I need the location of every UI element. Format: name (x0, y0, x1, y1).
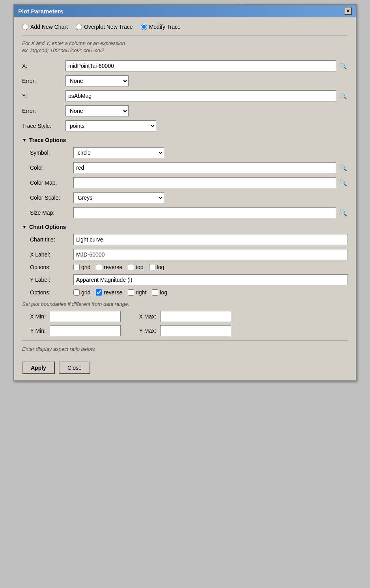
x-search-icon[interactable]: 🔍 (338, 62, 348, 70)
y-grid-option[interactable]: grid (73, 289, 90, 296)
chart-options-content: Chart title: X Label: Options: (22, 234, 348, 296)
color-map-search-icon[interactable]: 🔍 (338, 179, 348, 187)
x-error-row: Error: None (22, 75, 348, 86)
mode-add-new-chart[interactable]: Add New Chart (22, 24, 68, 30)
x-min-label: X Min: (22, 313, 46, 320)
x-label-row: X Label: (30, 249, 348, 260)
x-top-option[interactable]: top (128, 264, 143, 270)
x-options-row: Options: grid reverse (30, 264, 348, 270)
trace-options-content: Symbol: circle square diamond cross tria… (22, 147, 348, 218)
hint-text: For X and Y, enter a column or an expres… (22, 40, 348, 54)
button-row: Apply Close (22, 358, 348, 374)
color-scale-select[interactable]: Greys Viridis Plasma Inferno Magma (73, 192, 164, 203)
mode-overplot-new-trace[interactable]: Overplot New Trace (76, 24, 133, 30)
x-error-select[interactable]: None (65, 75, 129, 86)
y-min-input[interactable] (50, 325, 121, 336)
y-field-row: Y: 🔍 (22, 90, 348, 101)
trace-options-chevron: ▼ (22, 137, 27, 143)
y-options-row: Options: grid reverse (30, 289, 348, 296)
y-min-label: Y Min: (22, 328, 46, 334)
color-input[interactable] (73, 162, 336, 173)
y-label-section: Y Label: Options: grid revers (30, 274, 348, 296)
size-map-input[interactable] (73, 207, 336, 218)
radio-add-new-chart[interactable] (22, 24, 28, 30)
divider-2 (22, 340, 348, 341)
y-reverse-checkbox[interactable] (96, 289, 102, 296)
mode-selector-row: Add New Chart Overplot New Trace Modify … (22, 24, 348, 30)
trace-style-label: Trace Style: (22, 123, 65, 129)
y-max-label: Y Max: (133, 328, 156, 334)
x-label-text: X Label: (30, 251, 73, 258)
divider-1 (22, 36, 348, 36)
boundaries-section: Set plot boundaries if different from da… (22, 301, 348, 336)
trace-style-row: Trace Style: points line line+markers ba… (22, 120, 348, 131)
symbol-select[interactable]: circle square diamond cross triangle-up (73, 147, 164, 158)
chart-title-label: Chart title: (30, 236, 73, 243)
color-row: Color: 🔍 (30, 162, 348, 173)
boundaries-hint: Set plot boundaries if different from da… (22, 301, 348, 307)
y-label-text: Y Label: (30, 277, 73, 283)
x-label: X: (22, 63, 65, 69)
y-max-input[interactable] (160, 325, 231, 336)
symbol-label: Symbol: (30, 150, 73, 156)
trace-options-section: ▼ Trace Options Symbol: circle square di… (22, 137, 348, 218)
aspect-ratio-hint: Enter display aspect ratio below. (22, 346, 348, 352)
radio-modify-trace[interactable] (141, 24, 147, 30)
trace-style-select[interactable]: points line line+markers bar histogram (65, 120, 156, 131)
title-bar: Plot Parameters ✕ (14, 5, 356, 17)
x-input[interactable] (65, 60, 336, 71)
color-label: Color: (30, 165, 73, 171)
mode-modify-trace[interactable]: Modify Trace (141, 24, 181, 30)
size-map-search-icon[interactable]: 🔍 (338, 209, 348, 217)
x-grid-option[interactable]: grid (73, 264, 90, 270)
color-scale-row: Color Scale: Greys Viridis Plasma Infern… (30, 192, 348, 203)
x-grid-checkbox[interactable] (73, 264, 80, 270)
x-field-row: X: 🔍 (22, 60, 348, 71)
x-max-label: X Max: (133, 313, 156, 320)
y-grid-checkbox[interactable] (73, 289, 80, 296)
y-log-option[interactable]: log (152, 289, 167, 296)
color-map-row: Color Map: 🔍 (30, 177, 348, 188)
color-map-label: Color Map: (30, 180, 73, 186)
y-error-select[interactable]: None (65, 105, 129, 116)
x-top-checkbox[interactable] (128, 264, 134, 270)
y-reverse-option[interactable]: reverse (96, 289, 122, 296)
y-right-checkbox[interactable] (128, 289, 134, 296)
plot-parameters-window: Plot Parameters ✕ Add New Chart Overplot… (13, 4, 357, 381)
apply-button[interactable]: Apply (22, 361, 55, 374)
ymin-ymax-row: Y Min: Y Max: (22, 325, 348, 336)
content-area: Add New Chart Overplot New Trace Modify … (14, 17, 356, 380)
x-log-option[interactable]: log (149, 264, 164, 270)
x-options-label: Options: (30, 264, 73, 270)
x-reverse-checkbox[interactable] (96, 264, 102, 270)
symbol-row: Symbol: circle square diamond cross tria… (30, 147, 348, 158)
close-button[interactable]: ✕ (344, 7, 352, 15)
y-right-option[interactable]: right (128, 289, 146, 296)
y-options-label: Options: (30, 289, 73, 296)
y-log-checkbox[interactable] (152, 289, 158, 296)
color-map-input[interactable] (73, 177, 336, 188)
y-search-icon[interactable]: 🔍 (338, 92, 348, 100)
window-title: Plot Parameters (18, 8, 63, 15)
y-label-input[interactable] (73, 274, 348, 285)
x-error-label: Error: (22, 78, 65, 84)
close-button-bottom[interactable]: Close (59, 361, 90, 374)
xmin-xmax-row: X Min: X Max: (22, 311, 348, 322)
x-label-section: X Label: Options: grid revers (30, 249, 348, 270)
x-max-input[interactable] (160, 311, 231, 322)
x-reverse-option[interactable]: reverse (96, 264, 122, 270)
x-options-checkboxes: grid reverse top (73, 264, 164, 270)
x-label-input[interactable] (73, 249, 348, 260)
y-options-checkboxes: grid reverse right (73, 289, 167, 296)
y-input[interactable] (65, 90, 336, 101)
chart-title-input[interactable] (73, 234, 348, 245)
chart-options-toggle[interactable]: ▼ Chart Options (22, 224, 348, 230)
chart-options-section: ▼ Chart Options Chart title: X Label: Op… (22, 224, 348, 296)
color-search-icon[interactable]: 🔍 (338, 164, 348, 172)
trace-options-toggle[interactable]: ▼ Trace Options (22, 137, 348, 143)
x-log-checkbox[interactable] (149, 264, 155, 270)
radio-overplot-new-trace[interactable] (76, 24, 82, 30)
y-error-label: Error: (22, 108, 65, 114)
y-label: Y: (22, 93, 65, 99)
x-min-input[interactable] (50, 311, 121, 322)
